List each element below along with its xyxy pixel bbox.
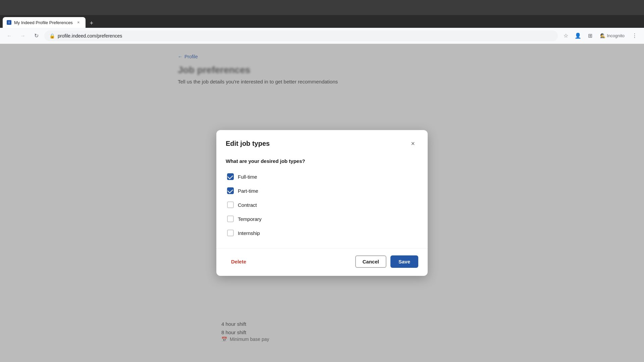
incognito-icon: 🕵 [600,33,605,38]
job-type-checkbox-list: Full-time Part-time Contract [226,171,418,239]
security-icon: 🔒 [49,33,55,39]
page-content: ← Profile Job preferences Tell us the jo… [0,44,644,362]
forward-navigation-button[interactable]: → [17,31,28,41]
bookmark-button[interactable]: ☆ [560,31,571,41]
checkbox-temporary[interactable] [227,216,234,222]
extensions-button[interactable]: ⊞ [585,31,595,41]
tab-close-button[interactable]: × [75,19,82,25]
modal-overlay: Edit job types × What are your desired j… [0,44,644,362]
checkbox-label-temporary: Temporary [238,216,262,222]
tab-favicon-icon: i [7,20,11,25]
checkbox-label-contract: Contract [238,202,257,208]
tab-title: My Indeed Profile Preferences [14,20,73,25]
modal-title: Edit job types [226,140,270,147]
checkbox-item-part-time[interactable]: Part-time [226,185,418,197]
modal-question: What are your desired job types? [226,158,418,164]
delete-button[interactable]: Delete [226,256,252,267]
toolbar-right: ☆ 👤 ⊞ 🕵 Incognito ⋮ [560,31,640,41]
modal-close-button[interactable]: × [408,138,418,149]
incognito-label: Incognito [607,33,625,38]
menu-button[interactable]: ⋮ [629,31,640,41]
refresh-button[interactable]: ↻ [31,31,42,41]
browser-controls-bar: ← → ↻ 🔒 profile.indeed.com/preferences ☆… [0,28,644,44]
modal-body: What are your desired job types? Full-ti… [216,153,428,248]
checkbox-full-time[interactable] [227,173,234,180]
browser-tab-strip [0,0,644,15]
new-tab-button[interactable]: + [87,18,96,28]
checkbox-item-temporary[interactable]: Temporary [226,213,418,225]
checkbox-label-full-time: Full-time [238,174,257,180]
address-bar[interactable]: 🔒 profile.indeed.com/preferences [44,31,558,41]
profile-button[interactable]: 👤 [573,31,583,41]
modal-footer: Delete Cancel Save [216,248,428,276]
checkbox-label-part-time: Part-time [238,188,258,194]
checkbox-item-full-time[interactable]: Full-time [226,171,418,183]
active-browser-tab[interactable]: i My Indeed Profile Preferences × [3,17,86,28]
checkbox-item-internship[interactable]: Internship [226,227,418,239]
cancel-button[interactable]: Cancel [355,255,386,268]
back-navigation-button[interactable]: ← [4,31,15,41]
edit-job-types-modal: Edit job types × What are your desired j… [216,130,428,276]
checkbox-internship[interactable] [227,230,234,236]
checkbox-item-contract[interactable]: Contract [226,199,418,211]
save-button[interactable]: Save [390,255,418,268]
checkbox-label-internship: Internship [238,230,260,236]
browser-tab-bar: i My Indeed Profile Preferences × + [0,15,644,28]
incognito-indicator: 🕵 Incognito [597,32,628,40]
url-text: profile.indeed.com/preferences [58,33,553,39]
modal-header: Edit job types × [216,130,428,153]
checkbox-contract[interactable] [227,201,234,208]
checkbox-part-time[interactable] [227,187,234,194]
